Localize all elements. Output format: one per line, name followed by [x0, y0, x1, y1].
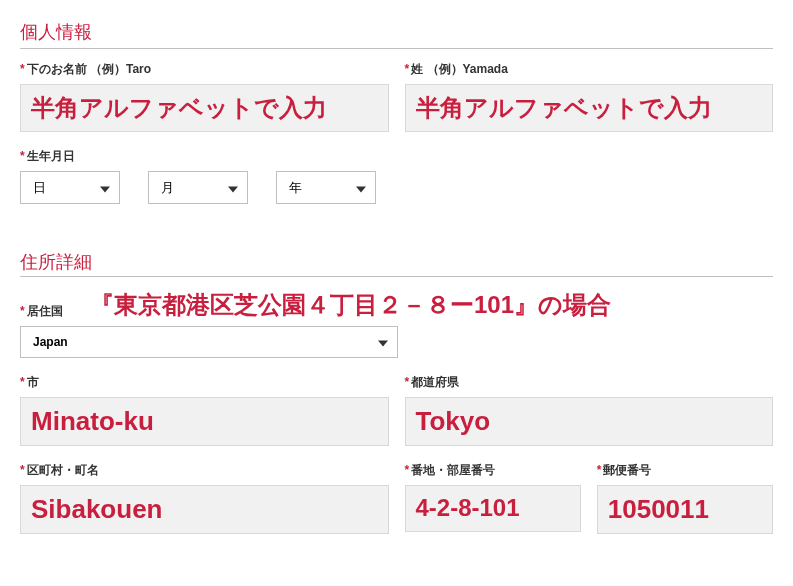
city-label: *市	[20, 374, 389, 391]
field-prefecture: *都道府県 Tokyo	[405, 374, 774, 446]
country-select-wrap: Japan	[20, 326, 398, 358]
required-asterisk: *	[597, 463, 602, 477]
label-text: 郵便番号	[603, 463, 651, 477]
dob-day-select[interactable]: 日	[20, 171, 120, 204]
dob-label: *生年月日	[20, 148, 773, 165]
dob-month-select[interactable]: 月	[148, 171, 248, 204]
first-name-example: 半角アルファベットで入力	[31, 94, 327, 123]
label-text: 番地・部屋番号	[411, 463, 495, 477]
dob-month-select-wrap: 月	[148, 171, 248, 204]
street-room-input[interactable]: 4-2-8-101	[405, 485, 581, 532]
ward-town-label: *区町村・町名	[20, 462, 389, 479]
postal-input[interactable]: 1050011	[597, 485, 773, 534]
field-first-name: *下のお名前 （例）Taro 半角アルファベットで入力	[20, 61, 389, 132]
last-name-label: *姓 （例）Yamada	[405, 61, 774, 78]
ward-town-input[interactable]: Sibakouen	[20, 485, 389, 534]
city-input[interactable]: Minato-ku	[20, 397, 389, 446]
street-room-example: 4-2-8-101	[416, 494, 520, 523]
required-asterisk: *	[405, 375, 410, 389]
address-example-annotation: 『東京都港区芝公園４丁目２－８ー101』の場合	[90, 289, 773, 321]
required-asterisk: *	[20, 62, 25, 76]
section-title-address: 住所詳細	[20, 250, 92, 278]
first-name-input[interactable]: 半角アルファベットで入力	[20, 84, 389, 132]
postal-label: *郵便番号	[597, 462, 773, 479]
label-text: 姓 （例）Yamada	[411, 62, 508, 76]
city-example: Minato-ku	[31, 406, 154, 437]
prefecture-example: Tokyo	[416, 406, 491, 437]
required-asterisk: *	[20, 149, 25, 163]
dob-year-select-wrap: 年	[276, 171, 376, 204]
label-text: 下のお名前 （例）Taro	[27, 62, 151, 76]
label-text: 都道府県	[411, 375, 459, 389]
postal-example: 1050011	[608, 494, 709, 525]
required-asterisk: *	[405, 62, 410, 76]
prefecture-label: *都道府県	[405, 374, 774, 391]
required-asterisk: *	[405, 463, 410, 477]
ward-town-example: Sibakouen	[31, 494, 162, 525]
street-room-label: *番地・部屋番号	[405, 462, 581, 479]
field-city: *市 Minato-ku	[20, 374, 389, 446]
country-select[interactable]: Japan	[20, 326, 398, 358]
label-text: 区町村・町名	[27, 463, 99, 477]
field-street-room: *番地・部屋番号 4-2-8-101	[405, 462, 581, 534]
field-ward-town: *区町村・町名 Sibakouen	[20, 462, 389, 534]
required-asterisk: *	[20, 463, 25, 477]
last-name-input[interactable]: 半角アルファベットで入力	[405, 84, 774, 132]
field-postal: *郵便番号 1050011	[597, 462, 773, 534]
section-title-personal: 個人情報	[20, 20, 773, 49]
first-name-label: *下のお名前 （例）Taro	[20, 61, 389, 78]
last-name-example: 半角アルファベットで入力	[416, 94, 712, 123]
label-text: 市	[27, 375, 39, 389]
required-asterisk: *	[20, 375, 25, 389]
label-text: 生年月日	[27, 149, 75, 163]
dob-day-select-wrap: 日	[20, 171, 120, 204]
dob-year-select[interactable]: 年	[276, 171, 376, 204]
field-last-name: *姓 （例）Yamada 半角アルファベットで入力	[405, 61, 774, 132]
field-dob: *生年月日 日 月 年	[20, 148, 773, 204]
prefecture-input[interactable]: Tokyo	[405, 397, 774, 446]
